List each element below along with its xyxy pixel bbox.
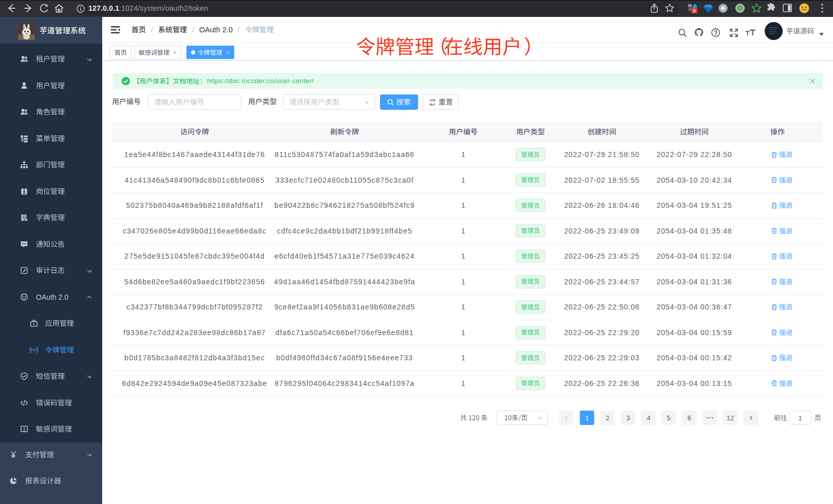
svg-text:9: 9 — [693, 8, 695, 13]
